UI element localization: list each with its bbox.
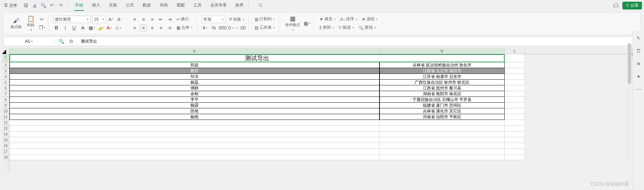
font-size-select[interactable]: 16▾ xyxy=(92,16,106,23)
cell[interactable] xyxy=(380,131,505,137)
table-style-icon[interactable]: ▦ xyxy=(303,20,310,27)
tab-tools[interactable]: 工具 xyxy=(193,0,202,11)
cell[interactable] xyxy=(505,85,525,91)
cell[interactable]: 傅静 xyxy=(9,85,380,91)
row-header[interactable]: 6 xyxy=(2,85,9,91)
cell[interactable]: 余刚 xyxy=(9,91,380,97)
tab-view[interactable]: 视图 xyxy=(176,0,185,11)
cell[interactable]: 杨艳 xyxy=(9,114,380,120)
row-header[interactable]: 13 xyxy=(2,126,9,131)
cell[interactable]: 江苏省 南通市 启东市 xyxy=(380,74,505,80)
merge-button[interactable]: ▦合并 xyxy=(175,24,194,31)
cell[interactable] xyxy=(505,74,525,80)
tab-home[interactable]: 开始 xyxy=(74,0,84,11)
cell[interactable] xyxy=(505,149,525,154)
comma-icon[interactable]: 000 xyxy=(219,24,226,31)
row-header[interactable]: 7 xyxy=(2,91,9,97)
cell[interactable]: 郑超 xyxy=(9,62,380,68)
row-header[interactable]: 1 xyxy=(2,54,9,62)
find-button[interactable]: 🔍查找 xyxy=(357,24,377,31)
spreadsheet-grid[interactable]: ◢ 1 2 3 4 5 6 7 8 9 10 11 12 13 14 15 16… xyxy=(2,48,640,173)
cell[interactable] xyxy=(9,143,380,149)
strikethrough-icon[interactable]: A xyxy=(79,24,86,31)
align-bottom-icon[interactable]: ≡ xyxy=(149,16,156,23)
cursor-icon[interactable]: ↖ xyxy=(635,35,642,41)
share-button[interactable]: ⇧ 分享 xyxy=(622,2,642,9)
increase-decimal-icon[interactable]: →.00 xyxy=(237,24,244,31)
cell[interactable] xyxy=(380,120,505,126)
settings-icon[interactable]: ✦ xyxy=(635,73,642,80)
row-header[interactable]: 14 xyxy=(2,131,9,137)
worksheet-button[interactable]: ▤工作表 xyxy=(253,24,276,31)
cells-area[interactable]: 测试导出 郑超吉林省 延边朝鲜族自治州 敦化市 赖芳江西省 九江市 瑞昌市 邹洋… xyxy=(9,54,640,160)
cell[interactable] xyxy=(505,114,525,120)
align-center-icon[interactable]: ≡ xyxy=(140,24,147,31)
decrease-font-icon[interactable]: A⁻ xyxy=(117,16,123,23)
font-color-icon[interactable]: A xyxy=(106,24,113,31)
cell[interactable] xyxy=(505,120,525,126)
cell[interactable] xyxy=(380,149,505,154)
cell[interactable] xyxy=(380,143,505,149)
cell[interactable]: 李平 xyxy=(9,97,380,103)
cell[interactable] xyxy=(380,126,505,131)
cell[interactable] xyxy=(380,154,505,160)
underline-icon[interactable]: U xyxy=(71,24,77,31)
increase-font-icon[interactable]: A⁺ xyxy=(108,16,115,23)
clear-format-icon[interactable]: ◇ xyxy=(115,24,121,31)
cell[interactable] xyxy=(380,137,505,143)
file-menu[interactable]: ☰ 文件 xyxy=(2,2,19,9)
cell[interactable] xyxy=(505,91,525,97)
tab-insert[interactable]: 插入 xyxy=(91,0,101,11)
row-col-button[interactable]: ▥行和列 xyxy=(253,16,276,23)
align-left-icon[interactable]: ≡ xyxy=(131,24,138,31)
fill-button[interactable]: ▼填充 xyxy=(318,16,337,23)
fill-color-icon[interactable]: ◢ xyxy=(97,24,104,31)
row-header[interactable]: 10 xyxy=(2,108,9,114)
cell[interactable] xyxy=(505,103,525,108)
cell[interactable] xyxy=(505,131,525,137)
print-icon[interactable]: 🖨 xyxy=(31,2,38,8)
search-icon[interactable] xyxy=(257,2,264,9)
border-icon[interactable]: ▦ xyxy=(88,24,95,31)
indent-decrease-icon[interactable]: ⇤ xyxy=(158,16,164,23)
cell[interactable] xyxy=(9,154,380,160)
paste-button[interactable]: 📋 粘贴 xyxy=(25,15,37,32)
cell[interactable] xyxy=(505,80,525,85)
indent-increase-icon[interactable]: ⇥ xyxy=(166,16,173,23)
cell[interactable] xyxy=(9,131,380,137)
tab-member[interactable]: 会员专享 xyxy=(210,0,227,11)
font-name-select[interactable]: 微软雅黑▾ xyxy=(53,16,90,23)
scrollbar-thumb[interactable] xyxy=(628,43,631,84)
convert-button[interactable]: ↺转换 xyxy=(227,16,246,23)
wrap-text-button[interactable]: ↩换行 xyxy=(175,16,190,23)
cell[interactable] xyxy=(505,154,525,160)
cell[interactable] xyxy=(505,108,525,114)
row-header[interactable]: 18 xyxy=(2,154,9,160)
tab-formula[interactable]: 公式 xyxy=(125,0,135,11)
cell[interactable]: 河南省 信阳市 平桥区 xyxy=(380,114,505,120)
tab-page[interactable]: 页面 xyxy=(108,0,118,11)
sum-button[interactable]: Σ求和 xyxy=(318,24,335,31)
conditional-format-button[interactable]: ▦ 条件格式 xyxy=(284,15,301,32)
cell[interactable] xyxy=(505,126,525,131)
cell[interactable] xyxy=(505,143,525,149)
cell[interactable]: 宁夏回族自治区 石嘴山市 平罗县 xyxy=(380,97,505,103)
cell[interactable]: 赖芳 xyxy=(9,68,380,74)
filter-button[interactable]: ▽筛选 xyxy=(337,24,355,31)
align-top-icon[interactable]: ≡ xyxy=(131,16,138,23)
orientation-icon[interactable]: ⤭ xyxy=(166,24,173,31)
undo-icon[interactable]: ↶ xyxy=(49,2,55,8)
cell[interactable] xyxy=(9,120,380,126)
percent-icon[interactable]: % xyxy=(210,24,217,31)
vertical-scrollbar[interactable] xyxy=(627,43,632,165)
cell[interactable]: 广西壮族自治区 钦州市 钦北区 xyxy=(380,80,505,85)
row-header[interactable]: 11 xyxy=(2,114,9,120)
row-header[interactable]: 4 xyxy=(2,74,9,80)
row-header[interactable]: 12 xyxy=(2,120,9,126)
save-icon[interactable]: 🖫 xyxy=(23,2,29,8)
name-box[interactable]: A1 xyxy=(4,39,54,44)
bold-icon[interactable]: B xyxy=(53,24,60,31)
cell[interactable] xyxy=(9,137,380,143)
column-header[interactable]: C xyxy=(505,48,525,54)
cell[interactable] xyxy=(9,126,380,131)
